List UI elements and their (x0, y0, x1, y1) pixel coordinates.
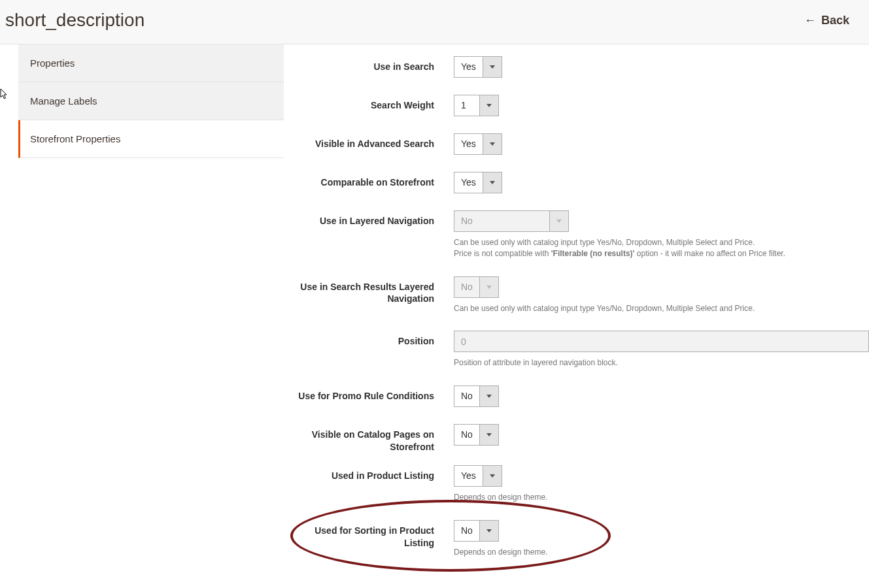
tab-manage-labels[interactable]: Manage Labels (18, 82, 284, 120)
chevron-down-icon (479, 277, 498, 297)
select-value: Yes (454, 57, 483, 77)
select-value: Yes (454, 172, 483, 193)
hint-use-layered-nav: Can be used only with catalog input type… (454, 237, 840, 259)
select-comparable-storefront[interactable]: Yes (454, 172, 502, 193)
hint-use-search-results-nav: Can be used only with catalog input type… (454, 303, 840, 314)
chevron-down-icon (479, 521, 498, 541)
row-promo-rule: Use for Promo Rule Conditions No (284, 385, 869, 407)
row-use-in-search: Use in Search Yes (284, 56, 869, 78)
row-used-product-listing: Used in Product Listing Yes Depends on d… (284, 465, 869, 503)
chevron-down-icon (479, 95, 498, 116)
select-use-layered-nav: No (454, 210, 569, 232)
row-visible-catalog: Visible on Catalog Pages on Storefront N… (284, 424, 869, 453)
label-search-weight: Search Weight (284, 95, 454, 112)
chevron-down-icon (549, 211, 568, 231)
tab-properties[interactable]: Properties (18, 44, 284, 82)
row-position: Position Position of attribute in layere… (284, 331, 869, 368)
select-value: 1 (454, 95, 479, 116)
chevron-down-icon (483, 466, 502, 486)
label-use-layered-nav: Use in Layered Navigation (284, 210, 454, 227)
tab-storefront-properties[interactable]: Storefront Properties (18, 120, 284, 158)
select-value: No (454, 211, 549, 231)
label-used-product-listing: Used in Product Listing (284, 465, 454, 482)
hint-used-sorting: Depends on design theme. (454, 547, 840, 558)
row-comparable-storefront: Comparable on Storefront Yes (284, 172, 869, 193)
row-use-layered-nav: Use in Layered Navigation No Can be used… (284, 210, 869, 259)
main-form: Use in Search Yes Search Weight 1 Visibl… (284, 44, 869, 575)
arrow-left-icon: ← (804, 14, 816, 27)
input-position (454, 331, 869, 352)
chevron-down-icon (479, 386, 498, 406)
chevron-down-icon (483, 134, 502, 154)
row-visible-advanced-search: Visible in Advanced Search Yes (284, 133, 869, 155)
label-use-search-results-nav: Use in Search Results Layered Navigation (284, 276, 454, 306)
select-value: No (454, 386, 479, 406)
select-used-sorting[interactable]: No (454, 520, 499, 542)
content: Properties Manage Labels Storefront Prop… (0, 44, 869, 575)
chevron-down-icon (483, 57, 502, 77)
select-use-in-search[interactable]: Yes (454, 56, 502, 78)
label-use-in-search: Use in Search (284, 56, 454, 73)
select-visible-advanced-search[interactable]: Yes (454, 133, 502, 155)
row-use-search-results-nav: Use in Search Results Layered Navigation… (284, 276, 869, 314)
sidebar-tabs: Properties Manage Labels Storefront Prop… (18, 44, 284, 575)
page-title: short_description (5, 10, 145, 31)
select-use-search-results-nav: No (454, 276, 499, 298)
page-header: short_description ← Back (0, 0, 869, 44)
row-used-sorting: Used for Sorting in Product Listing No D… (284, 520, 869, 558)
row-search-weight: Search Weight 1 (284, 95, 869, 116)
label-visible-catalog: Visible on Catalog Pages on Storefront (284, 424, 454, 453)
label-position: Position (284, 331, 454, 348)
back-button[interactable]: ← Back (804, 14, 849, 27)
select-visible-catalog[interactable]: No (454, 424, 499, 446)
hint-position: Position of attribute in layered navigat… (454, 357, 869, 368)
select-promo-rule[interactable]: No (454, 385, 499, 407)
hint-used-product-listing: Depends on design theme. (454, 492, 840, 503)
select-value: Yes (454, 134, 483, 154)
select-value: No (454, 277, 479, 297)
select-value: No (454, 521, 479, 541)
chevron-down-icon (483, 172, 502, 193)
select-used-product-listing[interactable]: Yes (454, 465, 502, 487)
label-used-sorting: Used for Sorting in Product Listing (284, 520, 454, 549)
label-comparable-storefront: Comparable on Storefront (284, 172, 454, 189)
select-value: No (454, 425, 479, 445)
select-search-weight[interactable]: 1 (454, 95, 499, 116)
label-promo-rule: Use for Promo Rule Conditions (284, 385, 454, 402)
select-value: Yes (454, 466, 483, 486)
back-label: Back (821, 14, 849, 27)
label-visible-advanced-search: Visible in Advanced Search (284, 133, 454, 150)
chevron-down-icon (479, 425, 498, 445)
